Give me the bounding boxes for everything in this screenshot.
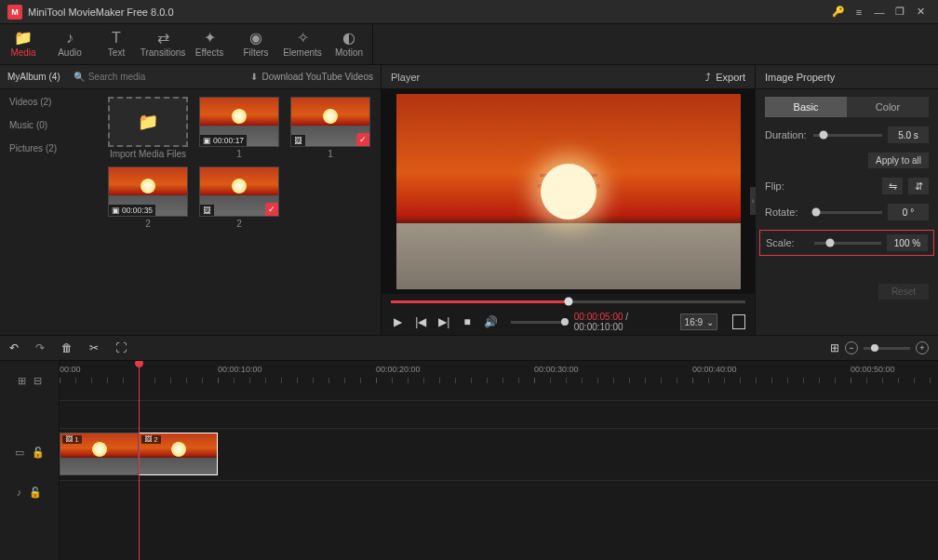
image-icon: 🖼 (294, 136, 302, 145)
zoom-in-button[interactable]: + (916, 341, 929, 354)
scale-row-highlighted: Scale: 100 % (759, 230, 934, 256)
library-category[interactable]: Pictures (2) (9, 143, 91, 153)
time-display: 00:00:05:00 / 00:00:10:00 (574, 312, 663, 332)
audio-track[interactable] (60, 480, 938, 508)
tab-label: Effects (195, 47, 223, 58)
stop-button[interactable]: ■ (461, 315, 475, 328)
export-label: Export (716, 72, 745, 83)
thumb-label: 1 (328, 149, 333, 159)
ruler-tick: 00:00:10:00 (218, 365, 262, 374)
close-button[interactable]: ✕ (910, 2, 931, 22)
ruler-tick: 00:00:50:00 (851, 365, 895, 374)
segment-color[interactable]: Color (847, 97, 929, 117)
download-youtube-button[interactable]: ⬇ Download YouTube Videos (250, 72, 373, 82)
media-thumbnail[interactable]: ▣ 00:00:171 (197, 97, 281, 159)
aspect-ratio-select[interactable]: 16:9 ⌄ (680, 313, 717, 330)
zoom-out-button[interactable]: − (845, 341, 858, 354)
library-category[interactable]: Videos (2) (9, 97, 91, 107)
tab-label: Transitions (141, 47, 186, 58)
tab-transitions[interactable]: ⇄Transitions (140, 24, 186, 64)
import-media-button[interactable]: 📁 (108, 97, 188, 147)
media-icon: 📁 (14, 31, 33, 46)
rotate-slider[interactable] (813, 211, 882, 214)
tab-label: Media (10, 47, 35, 58)
tab-effects[interactable]: ✦Effects (186, 24, 233, 64)
duration-value[interactable]: 5.0 s (888, 127, 929, 143)
overlay-track[interactable] (60, 400, 938, 428)
video-track[interactable]: 🖼 1🖼 2 (60, 428, 938, 480)
audio-icon: ♪ (66, 31, 74, 46)
flip-horizontal-button[interactable]: ⇋ (882, 178, 903, 194)
selected-check-icon: ✓ (265, 203, 278, 216)
thumb-label: 2 (145, 219, 151, 229)
prev-frame-button[interactable]: |◀ (414, 315, 428, 328)
tab-elements[interactable]: ✧Elements (279, 24, 326, 64)
current-time: 00:00:05:00 (574, 312, 623, 322)
segment-basic[interactable]: Basic (765, 97, 847, 117)
tab-label: Elements (283, 47, 322, 58)
tab-filters[interactable]: ◉Filters (233, 24, 279, 64)
scale-value[interactable]: 100 % (887, 234, 928, 251)
volume-icon[interactable]: 🔊 (484, 315, 498, 328)
redo-button[interactable]: ↷ (35, 341, 45, 354)
zoom-slider[interactable] (864, 347, 910, 350)
main-tabs: 📁Media♪AudioTText⇄Transitions✦Effects◉Fi… (0, 24, 938, 65)
video-track-lock-icon[interactable]: 🔓 (32, 447, 45, 459)
library-panel: MyAlbum (4) 🔍 Search media ⬇ Download Yo… (0, 65, 382, 335)
ruler-tick: 00:00:20:00 (376, 365, 421, 374)
rotate-value[interactable]: 0 ° (888, 204, 929, 220)
app-title: MiniTool MovieMaker Free 8.0.0 (28, 7, 174, 18)
seek-bar[interactable] (382, 294, 755, 309)
tab-motion[interactable]: ◐Motion (326, 24, 372, 64)
media-thumbnail[interactable]: 📁Import Media Files (106, 97, 190, 159)
flip-label: Flip: (765, 180, 808, 192)
undo-button[interactable]: ↶ (9, 341, 19, 354)
tab-label: Filters (243, 47, 268, 58)
zoom-fit-button[interactable]: ⊞ (830, 341, 839, 354)
volume-slider[interactable] (511, 321, 565, 324)
fullscreen-button[interactable] (732, 314, 745, 329)
tab-label: Audio (58, 47, 82, 58)
track-collapse-button[interactable]: ⊟ (34, 375, 42, 387)
apply-to-all-button[interactable]: Apply to all (868, 153, 929, 168)
player-preview[interactable] (382, 89, 755, 294)
property-title: Image Property (756, 65, 938, 89)
panel-expand-handle[interactable]: › (750, 187, 756, 215)
tab-media[interactable]: 📁Media (0, 24, 47, 64)
crop-button[interactable]: ⛶ (115, 341, 127, 354)
audio-track-lock-icon[interactable]: 🔓 (29, 487, 42, 499)
minimize-button[interactable]: — (869, 2, 890, 22)
timeline-gutter: ⊞ ⊟ ▭ 🔓 ♪ 🔓 (0, 361, 60, 560)
menu-icon[interactable]: ≡ (849, 2, 869, 22)
timeline-ruler[interactable]: 00:0000:00:10:0000:00:20:0000:00:30:0000… (60, 361, 938, 400)
play-button[interactable]: ▶ (391, 315, 405, 328)
track-add-button[interactable]: ⊞ (18, 375, 26, 387)
scale-slider[interactable] (814, 242, 881, 245)
ruler-tick: 00:00:30:00 (534, 365, 579, 374)
flip-vertical-button[interactable]: ⇵ (908, 178, 929, 194)
library-grid: 📁Import Media Files▣ 00:00:171🖼✓1▣ 00:00… (100, 89, 381, 335)
upgrade-key-icon[interactable]: 🔑 (828, 2, 849, 22)
video-icon: ▣ (112, 206, 120, 215)
timeline-toolbar: ↶ ↷ 🗑 ✂ ⛶ ⊞ − + (0, 335, 938, 361)
library-category[interactable]: Music (0) (9, 120, 91, 130)
delete-button[interactable]: 🗑 (61, 341, 73, 354)
duration-slider[interactable] (813, 134, 882, 137)
media-thumbnail[interactable]: 🖼✓2 (197, 167, 281, 229)
timeline-clip[interactable]: 🖼 1 (60, 433, 139, 475)
media-thumbnail[interactable]: 🖼✓1 (288, 97, 372, 159)
search-media[interactable]: 🔍 Search media (74, 72, 146, 82)
split-button[interactable]: ✂ (89, 341, 99, 354)
timeline-tracks[interactable]: 00:0000:00:10:0000:00:20:0000:00:30:0000… (60, 361, 938, 560)
maximize-button[interactable]: ❐ (890, 2, 910, 22)
next-frame-button[interactable]: ▶| (437, 315, 451, 328)
effects-icon: ✦ (204, 31, 216, 46)
tab-audio[interactable]: ♪Audio (47, 24, 93, 64)
playhead[interactable] (139, 361, 140, 560)
ruler-tick: 00:00:40:00 (692, 365, 737, 374)
media-thumbnail[interactable]: ▣ 00:00:352 (106, 167, 190, 229)
timeline-clip[interactable]: 🖼 2 (139, 433, 218, 475)
scale-label: Scale: (766, 237, 809, 248)
export-button[interactable]: ⤴ Export (705, 72, 745, 83)
tab-text[interactable]: TText (93, 24, 140, 64)
